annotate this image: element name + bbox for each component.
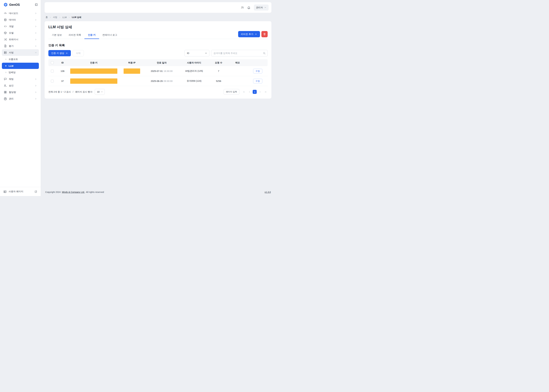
edit-button[interactable]: 수정 [253,79,262,84]
sidebar-item-data[interactable]: 데이터 [2,16,39,23]
external-link-icon [35,190,37,193]
sidebar-item-label: 평가 [9,45,14,48]
rows-per-page-select[interactable]: 10 [95,89,105,95]
rows-per-page-value: 10 [97,91,100,93]
sidebar-item-dashboard[interactable]: 대시보드 [2,10,39,16]
auth-key-table: ID 인증 키 허용 IP 만료 일자 사용자 아이디 요청 수 메모 106 [48,59,268,86]
create-auth-key-label: 인증 키 생성 [51,52,64,55]
sidebar-item-model[interactable]: 모델 [2,30,39,36]
row-checkbox[interactable] [51,80,54,83]
sidebar-item-label: 승인 [9,84,14,87]
tab-container-logs[interactable]: 컨테이너 로그 [99,31,121,39]
sidebar-item-evaluation[interactable]: 평가 [2,43,39,49]
bell-icon [247,6,250,9]
search-icon[interactable] [263,52,266,55]
server-icon [4,51,7,54]
tab-actions: 리비전 추가 [238,31,268,39]
chevron-right-icon [35,32,37,34]
chevron-down-icon [264,6,266,9]
sidebar-subitem-label: 임베딩 [9,71,16,74]
id-cell: 37 [56,76,69,86]
version-link[interactable]: v1.3.0 [265,191,271,193]
plus-icon [255,33,257,35]
row-checkbox[interactable] [51,70,54,72]
actions-cell: 수정 [248,76,268,86]
chevron-down-icon [205,52,207,54]
current-page-button[interactable]: 1 [253,90,257,94]
prev-page-button[interactable] [247,90,252,94]
tab-basic-info[interactable]: 기본 정보 [48,31,65,39]
first-page-button[interactable] [242,90,246,94]
chat-bubble-icon [4,77,7,81]
breadcrumb-home[interactable]: 홈 [46,16,48,19]
gauge-icon [4,12,7,15]
user-id-cell: AI팀관리자 (125) [178,66,210,76]
topbar: 가 관리자 [45,2,271,13]
bullet-icon [5,59,6,60]
delete-serving-button[interactable] [261,31,268,37]
grid-icon [4,91,7,94]
sidebar-item-trainer[interactable]: 트레이너 [2,36,39,43]
sidebar-item-serving[interactable]: 서빙 [2,49,39,56]
chevron-right-icon [35,12,37,14]
request-count-cell: 7 [210,66,228,76]
detail-card: LLM 서빙 상세 기본 정보 리비전 목록 인증 키 컨테이너 로그 리비전 … [45,21,271,98]
sidebar-item-management[interactable]: 관리 [2,95,39,102]
user-window-icon [3,190,7,193]
add-revision-button[interactable]: 리비전 추가 [238,31,260,37]
edit-button[interactable]: 수정 [253,69,262,73]
sidebar-subitem-embedding[interactable]: 임베딩 [2,69,39,76]
auth-key-section-title: 인증 키 목록 [48,43,268,47]
select-all-checkbox[interactable] [51,61,54,64]
auth-key-cell [69,66,119,76]
font-size-toggle-button[interactable]: 가 [241,6,244,9]
sidebar-collapse-button[interactable] [35,3,38,6]
sidebar-subitem-llm[interactable]: LLM [2,63,39,69]
next-page-button[interactable] [258,90,262,94]
page-input-button[interactable]: 페이지 입력 [224,89,239,95]
allowed-ip-cell [119,66,145,76]
filter-field-select[interactable]: ID [185,50,209,56]
filter-field-value: ID [187,52,189,54]
chevron-right-icon [35,45,37,47]
breadcrumb-serving[interactable]: 서빙 [53,16,57,19]
sidebar-item-quota[interactable]: 할당량 [2,89,39,95]
code-icon [4,25,7,28]
sidebar-item-development[interactable]: 개발 [2,23,39,30]
first-page-icon [243,91,245,93]
copyright-suffix: All rights reserved [86,191,104,193]
tab-auth-keys[interactable]: 인증 키 [85,31,99,39]
last-page-button[interactable] [263,90,268,94]
gear-icon [4,97,7,100]
sidebar-subitem-prompt[interactable]: 프롬프트 [2,56,39,62]
sidebar-item-chat[interactable]: 채팅 [2,76,39,82]
breadcrumb: 홈 서빙 LLM LLM 상세 [45,13,271,21]
delete-auth-key-button[interactable]: 삭제 [72,50,84,56]
sidebar-subitem-label: LLM [9,64,14,67]
user-page-link[interactable]: 사용자 페이지 [0,187,41,196]
breadcrumb-llm[interactable]: LLM [62,16,67,19]
brand-logo[interactable]: GenOS [3,2,20,7]
company-link[interactable]: Minds & Company Ltd. [62,191,85,193]
create-auth-key-button[interactable]: 인증 키 생성 [48,50,71,56]
search-box [211,50,268,56]
database-icon [4,18,7,21]
chevron-right-icon [259,91,261,93]
sidebar-item-approval[interactable]: 승인 [2,82,39,89]
user-check-icon [4,84,7,87]
panel-collapse-icon [35,3,38,6]
column-header-expiry: 만료 일자 [145,59,178,66]
user-menu-button[interactable]: 관리자 [254,5,269,11]
chevron-right-icon [35,98,37,100]
sidebar-item-label: 서빙 [9,51,14,54]
user-id-cell: 유저059 (124) [178,76,210,86]
tab-revision-list[interactable]: 리비전 목록 [65,31,85,39]
notifications-button[interactable] [247,6,250,9]
table-row: 106 2025-07-3116:30:00 AI팀관리자 (125) 7 수정 [48,66,268,76]
column-header-auth-key: 인증 키 [69,59,119,66]
app-root: GenOS 대시보드 데이터 개발 [0,0,274,196]
chevron-right-icon [35,84,37,87]
shuffle-icon [4,38,7,41]
copyright-prefix: Copyright 2024 [45,191,61,193]
search-input[interactable] [214,52,263,54]
